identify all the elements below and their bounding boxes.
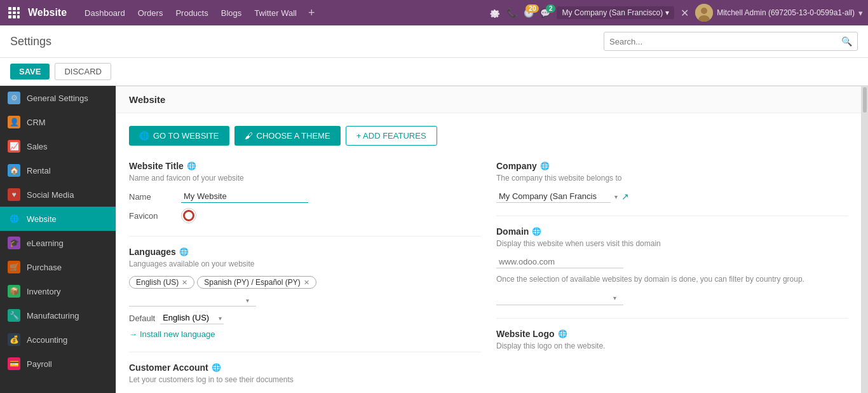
lang-tag-english: English (US) ✕ [129,276,194,289]
favicon-picker[interactable] [181,208,196,223]
install-arrow: → [129,329,137,339]
user-name: Mitchell Admin (697205-13-0-0599a1-all) [717,8,855,17]
country-select-arrow: ▾ [613,294,616,301]
content-inner: Website 🌐 GO TO WEBSITE 🖌 CHOOSE A THEME… [116,86,862,393]
left-column: Website Title 🌐 Name and favicon of your… [129,161,481,393]
country-filter-row: ▾ [496,290,848,305]
nav-blogs[interactable]: Blogs [216,6,247,20]
company-external-link[interactable]: ↗ [621,191,629,202]
add-language-select[interactable] [129,294,256,307]
install-language-link[interactable]: → Install new language [129,329,481,339]
sidebar-label-social: Social Media [27,190,74,200]
svg-rect-5 [17,11,20,14]
manufacturing-icon: 🔧 [8,309,20,322]
sidebar-item-social[interactable]: ♥ Social Media [0,183,116,207]
svg-rect-0 [8,7,11,10]
svg-rect-8 [17,15,20,18]
remove-spanish-btn[interactable]: ✕ [304,279,309,287]
company-globe-icon: 🌐 [540,162,550,170]
features-label: + ADD FEATURES [356,131,426,141]
sidebar-item-accounting[interactable]: 💰 Accounting [0,328,116,352]
customer-account-heading: Customer Account 🌐 [129,362,481,373]
purchase-icon: 🛒 [8,261,20,273]
avatar [695,4,713,22]
settings-icon[interactable] [490,8,500,18]
sidebar-item-rental[interactable]: 🏠 Rental [0,158,116,183]
rental-icon: 🏠 [8,164,20,177]
grid-menu-icon[interactable] [5,4,23,22]
sidebar-item-elearning[interactable]: 🎓 eLearning [0,231,116,255]
nav-orders[interactable]: Orders [133,6,168,20]
domain-input[interactable] [496,256,623,268]
sidebar-label-website: Website [27,214,57,224]
phone-icon[interactable]: 📞 [506,8,517,18]
choose-theme-button[interactable]: 🖌 CHOOSE A THEME [234,126,341,146]
close-button[interactable]: ✕ [681,7,689,19]
payroll-icon: 💳 [8,357,20,370]
customer-account-section: Customer Account 🌐 Let your customers lo… [129,362,481,384]
default-language-row: Default English (US) ▾ [129,312,481,324]
sidebar-item-crm[interactable]: 👤 CRM [0,110,116,134]
nav-products[interactable]: Products [170,6,213,20]
clock-count: 20 [526,4,539,13]
sidebar-label-sales: Sales [27,142,48,151]
toolbar: SAVE DISCARD [0,58,868,86]
svg-rect-3 [8,11,11,14]
clock-badge[interactable]: 🕐 20 [524,8,534,18]
scrollbar-thumb[interactable] [863,87,867,113]
company-dropdown-arrow: ▾ [665,8,669,17]
sidebar-label-accounting: Accounting [27,335,67,345]
discard-button[interactable]: DISCARD [55,63,111,80]
nav-add-button[interactable]: + [304,6,319,20]
sidebar-label-general: General Settings [27,93,88,103]
goto-label: GO TO WEBSITE [153,131,219,141]
company-heading: Company 🌐 [496,161,848,171]
nav-dashboard[interactable]: Dashboard [79,6,130,20]
website-logo-section: Website Logo 🌐 Display this logo on the … [496,329,848,350]
company-name: My Company (San Francisco) [562,8,663,17]
sidebar-item-sales[interactable]: 📈 Sales [0,134,116,158]
domain-subtitle: Display this website when users visit th… [496,239,848,248]
nav-twitter-wall[interactable]: Twitter Wall [249,6,302,20]
svg-rect-4 [13,11,16,14]
user-menu[interactable]: Mitchell Admin (697205-13-0-0599a1-all) … [695,4,863,22]
country-group-select[interactable] [496,293,623,305]
languages-subtitle: Languages available on your website [129,259,481,268]
accounting-icon: 💰 [8,333,20,346]
goto-website-button[interactable]: 🌐 GO TO WEBSITE [129,126,229,146]
domain-heading: Domain 🌐 [496,226,848,237]
chat-badge[interactable]: 💬 2 [540,8,550,18]
logo-globe-icon: 🌐 [558,329,567,338]
sidebar-item-manufacturing[interactable]: 🔧 Manufacturing [0,303,116,328]
user-dropdown-arrow: ▾ [858,8,863,18]
company-select[interactable]: My Company (San Francis [496,190,611,203]
topnav-right: 📞 🕐 20 💬 2 My Company (San Francisco) ▾ … [490,4,863,22]
main-layout: ⚙ General Settings 👤 CRM 📈 Sales 🏠 Renta… [0,86,868,393]
svg-point-10 [701,8,707,14]
inventory-icon: 📦 [8,285,20,298]
content-section-title: Website [116,86,861,113]
company-selector[interactable]: My Company (San Francisco) ▾ [557,6,674,19]
sidebar-item-general[interactable]: ⚙ General Settings [0,86,116,110]
goto-icon: 🌐 [139,131,149,141]
favicon-label: Favicon [129,211,173,221]
website-icon: 🌐 [8,212,20,225]
search-bar[interactable]: 🔍 [604,32,858,51]
logo-subtitle: Display this logo on the website. [496,341,848,350]
globe-icon: 🌐 [187,162,196,170]
elearning-icon: 🎓 [8,237,20,249]
settings-grid: Website Title 🌐 Name and favicon of your… [129,161,848,393]
sidebar-item-purchase[interactable]: 🛒 Purchase [0,255,116,279]
add-features-button[interactable]: + ADD FEATURES [346,126,437,146]
save-button[interactable]: SAVE [10,64,50,79]
website-name-input[interactable] [181,190,308,203]
scrollbar[interactable] [862,86,868,393]
sidebar-item-website[interactable]: 🌐 Website [0,207,116,231]
sidebar-label-elearning: eLearning [27,238,64,248]
search-input[interactable] [609,37,841,46]
sidebar-item-payroll[interactable]: 💳 Payroll [0,352,116,376]
remove-english-btn[interactable]: ✕ [182,279,187,287]
languages-globe-icon: 🌐 [179,247,189,256]
default-language-select[interactable]: English (US) [160,312,224,324]
sidebar-item-inventory[interactable]: 📦 Inventory [0,279,116,303]
